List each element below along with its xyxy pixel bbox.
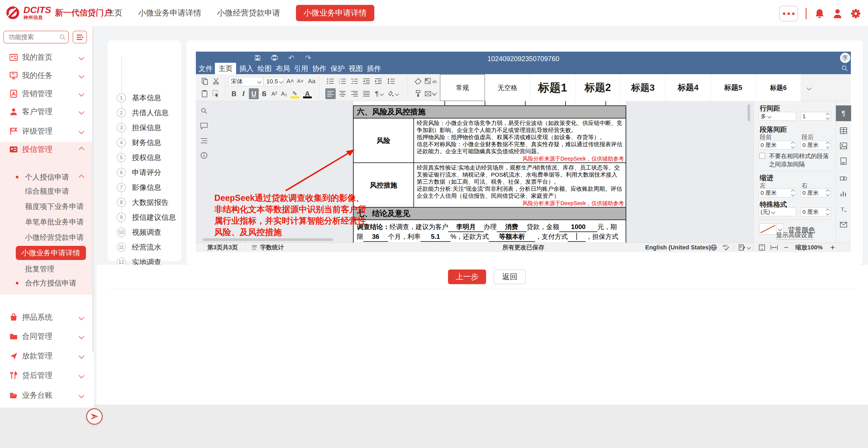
sidebar-item-contract[interactable]: 合同管理 bbox=[0, 329, 94, 344]
style-scroll-up[interactable] bbox=[433, 81, 437, 84]
special-format-number[interactable]: 0 厘米 bbox=[801, 208, 831, 216]
style-heading5[interactable]: 标题5 bbox=[711, 74, 756, 101]
stepper[interactable] bbox=[792, 190, 794, 196]
style-no-spacing[interactable]: 无空格 bbox=[485, 74, 530, 101]
sidebar-item-under-limit[interactable]: 额度项下业务申请 bbox=[0, 199, 94, 214]
sidebar-item-single-batch[interactable]: 单笔单批业务申请 bbox=[0, 214, 94, 230]
editor-tab-protect[interactable]: 保护 bbox=[330, 63, 345, 74]
sidebar-item-my-home[interactable]: 我的首页 bbox=[0, 50, 94, 65]
superscript-button[interactable]: A² bbox=[270, 88, 279, 99]
step-video-survey[interactable]: 10视频调查 bbox=[107, 225, 181, 240]
editor-tab-home[interactable]: 主页 bbox=[215, 63, 236, 74]
style-heading2[interactable]: 标题2 bbox=[575, 74, 620, 101]
editor-tab-references[interactable]: 引用 bbox=[293, 63, 309, 74]
bell-icon[interactable] bbox=[815, 8, 825, 19]
indent-right-input[interactable]: 0 厘米 bbox=[801, 188, 831, 197]
style-heading6[interactable]: 标题6 bbox=[756, 74, 801, 101]
editor-tab-collaborate[interactable]: 协作 bbox=[312, 63, 327, 74]
editing-mode-button[interactable] bbox=[739, 243, 750, 252]
sidebar-scrollbar[interactable] bbox=[92, 26, 94, 352]
text-effects-icon[interactable]: T bbox=[840, 206, 847, 213]
font-name-select[interactable]: 宋体 bbox=[228, 77, 263, 86]
paste-icon[interactable] bbox=[200, 88, 210, 99]
spellcheck-icon[interactable]: ABC bbox=[722, 243, 731, 252]
stepper[interactable] bbox=[792, 142, 794, 148]
copy-icon[interactable] bbox=[200, 76, 210, 86]
step-guarantee[interactable]: 3担保信息 bbox=[107, 120, 181, 135]
top-tab-home[interactable]: 主页 bbox=[106, 8, 122, 19]
pilcrow-button[interactable]: ¶ bbox=[373, 88, 385, 99]
same-style-checkbox[interactable] bbox=[759, 153, 765, 159]
zoom-in-button[interactable]: + bbox=[830, 243, 835, 252]
menu-edit-button[interactable] bbox=[73, 31, 87, 43]
envelope-icon[interactable] bbox=[840, 221, 847, 228]
editor-tab-draw[interactable]: 绘图 bbox=[257, 63, 272, 74]
subscript-button[interactable]: A₂ bbox=[280, 88, 288, 99]
top-tab-micro-loan[interactable]: 小微经营贷款申请 bbox=[217, 8, 280, 19]
sidebar-item-credit[interactable]: 授信管理 bbox=[0, 142, 94, 157]
collapse-fab-button[interactable] bbox=[86, 408, 102, 425]
sidebar-item-marketing[interactable]: 营销管理 bbox=[0, 86, 94, 101]
sidebar-group-personal-credit[interactable]: 个人授信申请 bbox=[0, 170, 94, 185]
step-authorization[interactable]: 5授权信息 bbox=[107, 150, 181, 165]
step-business-flow[interactable]: 11经营流水 bbox=[107, 240, 181, 255]
align-center-button[interactable] bbox=[337, 88, 348, 99]
step-scoring[interactable]: 6申请评分 bbox=[107, 165, 181, 180]
align-right-button[interactable] bbox=[349, 88, 360, 99]
format-painter-icon[interactable] bbox=[413, 88, 423, 99]
cut-icon[interactable] bbox=[211, 76, 221, 86]
editor-tab-view[interactable]: 视图 bbox=[348, 63, 364, 74]
user-icon[interactable] bbox=[833, 8, 842, 19]
underline-button-active[interactable]: U bbox=[249, 88, 259, 99]
chart-icon[interactable] bbox=[840, 190, 847, 197]
decrease-indent-button[interactable] bbox=[361, 76, 372, 86]
editor-tab-file[interactable]: 文件 bbox=[198, 63, 213, 74]
editor-search-icon[interactable] bbox=[841, 65, 848, 72]
sidebar-item-comprehensive-limit[interactable]: 综合额度申请 bbox=[0, 184, 94, 199]
top-tab-micro-detail[interactable]: 小微业务申请详情 bbox=[138, 8, 201, 19]
increase-indent-button[interactable] bbox=[373, 76, 383, 86]
strikethrough-button[interactable]: S bbox=[260, 88, 268, 99]
canvas-vertical-scrollbar[interactable] bbox=[747, 104, 750, 121]
more-actions-button[interactable] bbox=[779, 6, 798, 22]
align-left-button-active[interactable] bbox=[325, 88, 336, 99]
step-bigdata[interactable]: 8大数据报告 bbox=[107, 195, 181, 210]
multilevel-list-button[interactable] bbox=[349, 76, 360, 86]
sidebar-item-collateral[interactable]: 押品系统 bbox=[0, 310, 94, 325]
style-heading4[interactable]: 标题4 bbox=[665, 74, 711, 101]
sidebar-item-customer[interactable]: 客户管理 bbox=[0, 104, 94, 119]
language-selector[interactable]: English (United States) bbox=[645, 243, 716, 252]
shapes-icon[interactable] bbox=[840, 175, 847, 182]
image-icon[interactable] bbox=[840, 142, 847, 149]
style-heading1[interactable]: 标题1 bbox=[530, 74, 575, 101]
line-spacing-number[interactable]: 1 bbox=[801, 112, 831, 120]
eraser-icon[interactable] bbox=[413, 76, 423, 86]
select-icon[interactable] bbox=[211, 88, 221, 99]
step-basic-info[interactable]: 1基本信息 bbox=[107, 90, 181, 105]
change-case-button[interactable]: Aa bbox=[306, 76, 318, 86]
zoom-out-button[interactable]: − bbox=[784, 243, 788, 252]
sidebar-group-partner-credit[interactable]: 合作方授信申请 bbox=[0, 275, 94, 291]
indent-left-input[interactable]: 0 厘米 bbox=[758, 188, 796, 197]
paragraph-panel-button-active[interactable]: ¶ bbox=[836, 105, 851, 121]
sidebar-item-micro-loan-apply[interactable]: 小微经营贷款申请 bbox=[0, 230, 94, 245]
stepper[interactable] bbox=[826, 209, 829, 215]
line-spacing-select[interactable]: 多 bbox=[758, 112, 796, 120]
sidebar-item-micro-detail-active[interactable]: 小微业务申请详情 bbox=[16, 246, 86, 260]
highlight-pen-button[interactable]: ✎ bbox=[289, 88, 300, 99]
style-heading3[interactable]: 标题3 bbox=[620, 74, 665, 101]
sidebar-item-ledger[interactable]: 业务台账 bbox=[0, 388, 94, 403]
back-button[interactable]: 返回 bbox=[494, 270, 526, 284]
stepper[interactable] bbox=[826, 190, 829, 196]
zoom-level[interactable]: 缩放100% bbox=[795, 243, 823, 252]
line-spacing-button[interactable] bbox=[385, 76, 397, 86]
font-size-select[interactable]: 10.5 bbox=[264, 77, 283, 86]
page-icon[interactable] bbox=[840, 158, 847, 165]
bullet-list-button[interactable] bbox=[325, 76, 336, 86]
table-icon[interactable] bbox=[840, 127, 847, 134]
italic-button[interactable]: I bbox=[239, 88, 248, 99]
fit-width-button[interactable] bbox=[770, 243, 778, 252]
numbered-list-button[interactable]: 123 bbox=[337, 76, 348, 86]
step-credit-advice[interactable]: 9授信建议信息 bbox=[107, 210, 181, 225]
user-avatar[interactable]: 李 bbox=[840, 53, 850, 63]
